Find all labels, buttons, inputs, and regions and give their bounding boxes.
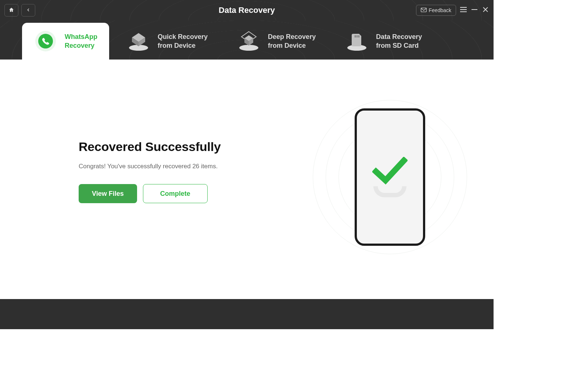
title-bar: Data Recovery Feedback <box>0 0 494 21</box>
whatsapp-icon <box>34 29 57 53</box>
action-buttons: View Files Complete <box>79 184 270 203</box>
minimize-button[interactable] <box>471 7 478 14</box>
svg-rect-20 <box>356 35 358 37</box>
svg-rect-19 <box>355 35 356 37</box>
title-bar-right: Feedback <box>416 5 489 16</box>
menu-icon <box>460 7 467 14</box>
sd-card-icon <box>345 29 369 53</box>
chevron-left-icon <box>26 7 31 14</box>
feedback-button[interactable]: Feedback <box>416 5 456 16</box>
mail-icon <box>421 7 427 13</box>
svg-rect-21 <box>358 35 359 37</box>
svg-rect-0 <box>421 8 426 12</box>
phone-outline <box>355 108 425 246</box>
view-files-button[interactable]: View Files <box>79 184 137 203</box>
result-heading: Recovered Successfully <box>79 140 270 154</box>
tabs-bar: WhatsApp Recovery Quick Recovery from De… <box>0 21 494 60</box>
close-button[interactable] <box>482 7 489 14</box>
deep-recovery-icon <box>237 29 261 53</box>
quick-recovery-icon <box>127 29 150 53</box>
close-icon <box>483 7 488 14</box>
footer-bar <box>0 299 494 329</box>
complete-button[interactable]: Complete <box>143 184 208 203</box>
home-icon <box>8 7 14 14</box>
feedback-label: Feedback <box>429 7 451 13</box>
app-title: Data Recovery <box>219 6 275 15</box>
tab-label: Deep Recovery from Device <box>268 32 316 50</box>
arc-decoration <box>373 186 406 197</box>
tab-whatsapp-recovery[interactable]: WhatsApp Recovery <box>22 23 109 60</box>
tab-label: Data Recovery from SD Card <box>376 32 422 50</box>
svg-rect-2 <box>460 9 467 10</box>
home-button[interactable] <box>4 4 18 17</box>
tab-quick-recovery[interactable]: Quick Recovery from Device <box>115 23 219 60</box>
result-subtext: Congrats! You've successfully recovered … <box>79 163 270 170</box>
minimize-icon <box>472 7 477 14</box>
tab-label: WhatsApp Recovery <box>65 32 97 50</box>
result-panel: Recovered Successfully Congrats! You've … <box>79 140 270 203</box>
tab-label: Quick Recovery from Device <box>158 32 208 50</box>
success-illustration <box>313 100 467 254</box>
title-bar-left <box>4 4 35 17</box>
main-content: Recovered Successfully Congrats! You've … <box>0 60 494 299</box>
svg-rect-4 <box>472 9 477 10</box>
tab-deep-recovery[interactable]: Deep Recovery from Device <box>225 23 327 60</box>
menu-button[interactable] <box>460 7 467 14</box>
svg-rect-3 <box>460 11 467 12</box>
svg-point-8 <box>38 34 53 48</box>
svg-point-13 <box>239 45 258 51</box>
tab-sd-recovery[interactable]: Data Recovery from SD Card <box>333 23 434 60</box>
checkmark-graphic <box>372 157 408 197</box>
svg-rect-1 <box>460 7 467 8</box>
check-icon <box>372 157 408 186</box>
back-button[interactable] <box>21 4 35 17</box>
app-window: Data Recovery Feedback <box>0 0 494 329</box>
